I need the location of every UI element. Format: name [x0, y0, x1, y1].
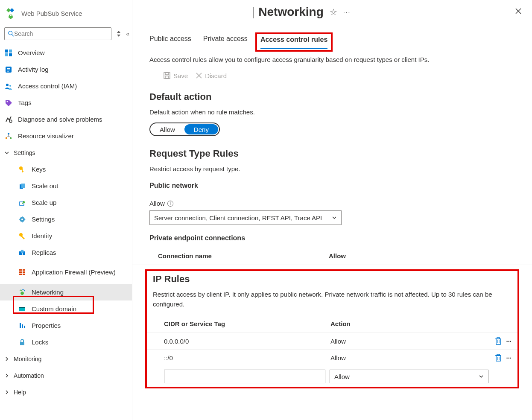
svg-rect-3	[5, 50, 8, 52]
ip-row: 0.0.0.0/0 Allow ···	[147, 333, 517, 350]
identity-icon	[18, 232, 26, 240]
search-input[interactable]	[14, 30, 108, 37]
nav-settings-item[interactable]: Settings	[0, 211, 132, 228]
page-header: | Networking ☆ ···	[132, 0, 532, 22]
locks-icon	[18, 338, 26, 347]
nav-activity[interactable]: Activity log	[0, 61, 132, 78]
keys-icon	[18, 165, 26, 174]
svg-line-19	[6, 136, 9, 137]
action-select[interactable]: Allow	[330, 370, 488, 383]
nav-scaleout[interactable]: Scale out	[0, 178, 132, 194]
tabs: Public access Private access Access cont…	[132, 22, 532, 49]
ip-new-row: Allow	[147, 366, 517, 383]
toggle-deny[interactable]: Deny	[184, 124, 218, 134]
cidr-input[interactable]	[164, 370, 325, 383]
svg-rect-5	[5, 53, 8, 56]
svg-rect-6	[9, 53, 12, 56]
tab-public[interactable]: Public access	[149, 35, 191, 49]
nav-scaleup[interactable]: Scale up	[0, 194, 132, 211]
nav-help-group[interactable]: Help	[0, 384, 132, 400]
row-more-icon[interactable]: ···	[506, 354, 512, 362]
properties-icon	[18, 321, 26, 330]
svg-rect-56	[497, 338, 500, 339]
nav-diagnose[interactable]: Diagnose and solve problems	[0, 111, 132, 128]
save-button[interactable]: Save	[163, 72, 188, 79]
request-rules-subtitle: Restrict access by request type.	[132, 159, 532, 172]
svg-rect-41	[20, 323, 21, 328]
svg-point-29	[19, 233, 23, 236]
svg-rect-49	[165, 76, 169, 79]
nav-automation-group[interactable]: Automation	[0, 367, 132, 384]
nav-keys[interactable]: Keys	[0, 161, 132, 178]
favorite-icon[interactable]: ☆	[330, 7, 337, 17]
default-action-toggle[interactable]: Allow Deny	[149, 122, 220, 136]
ip-action: Allow	[330, 354, 484, 362]
svg-rect-34	[23, 269, 25, 271]
svg-rect-37	[19, 274, 22, 275]
chevron-down-icon	[332, 215, 337, 220]
service-icon	[4, 7, 17, 20]
svg-line-20	[9, 136, 11, 137]
networking-icon	[18, 288, 26, 297]
svg-point-14	[9, 120, 12, 122]
ip-rules-title: IP Rules	[147, 271, 517, 285]
svg-rect-57	[496, 356, 500, 361]
nav-customdomain[interactable]: Custom domain	[0, 300, 132, 317]
col-action: Action	[330, 320, 351, 327]
tab-access-control-rules[interactable]: Access control rules	[260, 36, 327, 49]
nav-monitoring-group[interactable]: Monitoring	[0, 350, 132, 367]
nav-overview[interactable]: Overview	[0, 44, 132, 61]
svg-rect-8	[7, 68, 10, 69]
svg-rect-16	[6, 137, 7, 139]
sidebar: Web PubSub Service « Overview Activity l…	[0, 0, 132, 420]
action-select-value: Allow	[334, 373, 350, 380]
svg-rect-43	[24, 326, 25, 328]
ip-cidr: ::/0	[164, 354, 330, 362]
discard-button[interactable]: Discard	[196, 72, 227, 79]
svg-rect-23	[22, 171, 23, 172]
chevron-right-icon	[4, 356, 11, 362]
allow-dropdown[interactable]: Server connection, Client connection, RE…	[149, 210, 342, 225]
svg-rect-15	[8, 133, 9, 134]
svg-rect-44	[20, 342, 24, 345]
row-more-icon[interactable]: ···	[506, 338, 512, 345]
collapse-sidebar-icon[interactable]: «	[126, 30, 129, 37]
nav-iam[interactable]: Access control (IAM)	[0, 78, 132, 94]
gear-icon	[18, 215, 26, 224]
search-input-wrap[interactable]	[4, 27, 111, 40]
svg-rect-47	[164, 73, 170, 79]
nav-tags[interactable]: Tags	[0, 94, 132, 111]
close-icon[interactable]	[515, 8, 522, 15]
nav-firewall[interactable]: Application Firewall (Preview)	[0, 261, 132, 284]
svg-rect-10	[7, 71, 9, 72]
highlight-tab: Access control rules	[255, 32, 333, 52]
nav-visualizer[interactable]: Resource visualizer	[0, 128, 132, 144]
info-icon[interactable]: i	[167, 201, 173, 207]
svg-rect-4	[9, 50, 12, 52]
ip-rules-desc: Restrict access by client IP. It only ap…	[147, 285, 517, 309]
toggle-allow[interactable]: Allow	[150, 123, 184, 135]
ip-rules-section: IP Rules Restrict access by client IP. I…	[145, 269, 519, 388]
toolbar: Save Discard	[132, 63, 532, 79]
nav-identity[interactable]: Identity	[0, 228, 132, 244]
svg-point-28	[21, 219, 23, 220]
nav-replicas[interactable]: Replicas	[0, 244, 132, 261]
delete-icon[interactable]	[495, 354, 502, 362]
svg-point-13	[7, 101, 8, 102]
chevron-down-icon	[4, 150, 11, 155]
nav-menu: Overview Activity log Access control (IA…	[0, 44, 132, 400]
svg-rect-40	[19, 307, 25, 308]
nav-properties[interactable]: Properties	[0, 317, 132, 334]
visualizer-icon	[4, 132, 13, 140]
nav-locks[interactable]: Locks	[0, 334, 132, 350]
endpoint-table-head: Connection name Allow	[132, 245, 532, 265]
nav-settings-group[interactable]: Settings	[0, 144, 132, 161]
tab-private[interactable]: Private access	[203, 35, 248, 49]
svg-rect-9	[7, 70, 10, 70]
more-icon[interactable]: ···	[343, 9, 351, 15]
delete-icon[interactable]	[495, 337, 502, 345]
scaleup-icon	[18, 198, 26, 207]
nav-networking[interactable]: Networking	[0, 284, 132, 300]
ip-cidr: 0.0.0.0/0	[164, 338, 330, 345]
sort-icon[interactable]	[115, 31, 123, 37]
